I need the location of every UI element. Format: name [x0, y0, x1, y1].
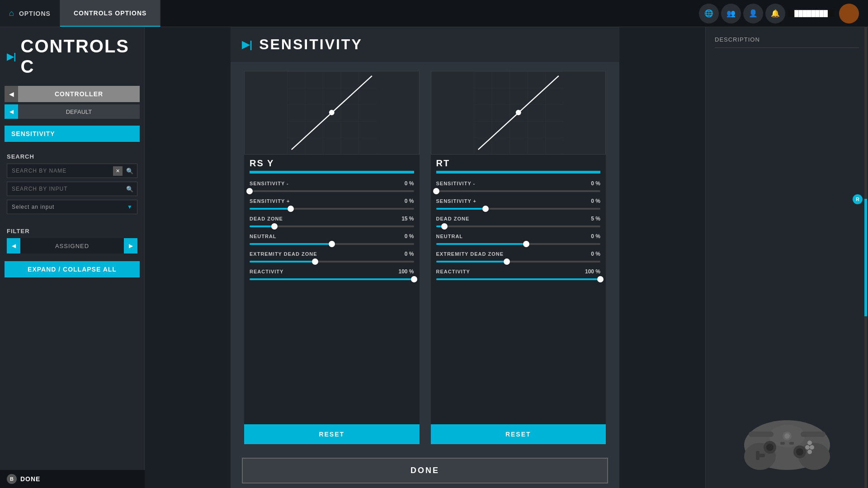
- options-label: OPTIONS: [19, 10, 51, 17]
- rt-sens-plus-label: SENSITIVITY +: [436, 198, 579, 204]
- rt-extremity-track: [436, 261, 601, 263]
- rsy-sens-plus-fill: [250, 208, 291, 210]
- modal-title: SENSITIVITY: [259, 36, 363, 53]
- modal-content: RS Y SENSITIVITY - 0 %: [231, 62, 619, 453]
- rsy-reactivity-thumb[interactable]: [411, 276, 417, 282]
- rt-sens-minus-track: [436, 190, 601, 192]
- avatar[interactable]: [839, 4, 859, 23]
- controller-row: ◀ CONTROLLER: [5, 86, 140, 102]
- sidebar-title: CONTROLS C: [21, 36, 137, 77]
- rsy-reset-button[interactable]: RESET: [244, 424, 420, 444]
- rt-reactivity-label: REACTIVITY: [436, 269, 579, 274]
- rsy-dead-zone-thumb[interactable]: [271, 223, 278, 230]
- select-input-label: Select an input: [7, 200, 123, 214]
- controller-image: [706, 402, 868, 474]
- scroll-track[interactable]: [864, 27, 867, 488]
- notification-icon-btn[interactable]: 🔔: [765, 4, 785, 23]
- username-text: ████████: [794, 10, 828, 17]
- search-clear-icon[interactable]: ✕: [113, 166, 123, 176]
- modal-footer: DONE: [231, 453, 619, 488]
- filter-next-arrow[interactable]: ▶: [124, 238, 137, 253]
- rsy-neutral-fill: [250, 243, 332, 245]
- rt-bar: [436, 171, 601, 174]
- search-by-name-input[interactable]: [7, 164, 113, 178]
- rt-neutral-value: 0 %: [582, 233, 600, 239]
- rsy-bar: [250, 171, 414, 174]
- social-icon-btn[interactable]: 🌐: [699, 4, 719, 23]
- rsy-sens-minus-slider[interactable]: [244, 189, 420, 196]
- rt-sens-plus-thumb[interactable]: [482, 206, 489, 212]
- rt-sens-plus-value: 0 %: [582, 198, 600, 204]
- rsy-extremity-row: EXTREMITY DEAD ZONE 0 %: [244, 249, 420, 259]
- rsy-neutral-track: [250, 243, 414, 245]
- rsy-reactivity-slider[interactable]: [244, 277, 420, 284]
- rsy-sens-plus-track: [250, 208, 414, 210]
- default-prev-arrow[interactable]: ◀: [5, 104, 18, 119]
- done-button[interactable]: DONE: [242, 458, 608, 483]
- rsy-sens-plus-label: SENSITIVITY +: [250, 198, 392, 204]
- sidebar: ▶| CONTROLS C ◀ CONTROLLER ◀ DEFAULT SEN…: [0, 27, 145, 488]
- svg-point-19: [807, 450, 812, 454]
- filter-row: ◀ ASSIGNED ▶: [7, 238, 137, 253]
- expand-collapse-button[interactable]: EXPAND / COLLAPSE ALL: [5, 261, 140, 277]
- search-by-input-input[interactable]: [7, 182, 123, 196]
- rsy-sens-plus-thumb[interactable]: [288, 206, 294, 212]
- rsy-neutral-thumb[interactable]: [329, 241, 335, 247]
- select-input-dropdown[interactable]: Select an input ▼: [7, 200, 137, 214]
- rt-neutral-thumb[interactable]: [523, 241, 529, 247]
- rsy-neutral-slider[interactable]: [244, 242, 420, 249]
- rt-sens-minus-slider[interactable]: [431, 189, 606, 196]
- rsy-dead-zone-track: [250, 225, 414, 227]
- bottom-bar: B DONE: [0, 470, 145, 488]
- rt-neutral-fill: [436, 243, 527, 245]
- rsy-reactivity-fill: [250, 278, 414, 280]
- rsy-neutral-row: NEUTRAL 0 %: [244, 231, 420, 242]
- svg-rect-21: [789, 442, 794, 445]
- rsy-sens-plus-slider[interactable]: [244, 206, 420, 213]
- rt-extremity-thumb[interactable]: [504, 258, 510, 265]
- rt-sens-minus-label: SENSITIVITY -: [436, 181, 579, 186]
- center-area: ▶| SENSITIVITY: [145, 27, 705, 488]
- controller-prev-arrow[interactable]: ◀: [5, 86, 18, 102]
- modal-chevron-icon: ▶|: [242, 39, 252, 51]
- svg-point-13: [796, 448, 803, 455]
- rt-extremity-label: EXTREMITY DEAD ZONE: [436, 251, 579, 257]
- svg-point-18: [810, 445, 814, 450]
- rsy-extremity-track: [250, 261, 414, 263]
- filter-section: FILTER ◀ ASSIGNED ▶: [0, 225, 144, 261]
- b-button-icon: B: [7, 474, 17, 484]
- svg-point-16: [807, 441, 812, 445]
- rt-reactivity-slider[interactable]: [431, 277, 606, 284]
- controls-options-tab[interactable]: CONTROLS OPTIONS: [60, 0, 160, 27]
- rt-extremity-slider[interactable]: [431, 259, 606, 266]
- rt-sens-minus-thumb[interactable]: [433, 188, 439, 194]
- chevron-icon: ▶|: [7, 51, 16, 62]
- rt-neutral-label: NEUTRAL: [436, 234, 579, 239]
- rsy-sens-minus-row: SENSITIVITY - 0 %: [244, 178, 420, 189]
- home-button[interactable]: ⌂ OPTIONS: [0, 0, 60, 27]
- rt-sens-minus-row: SENSITIVITY - 0 %: [431, 178, 606, 189]
- rsy-dead-zone-slider[interactable]: [244, 224, 420, 231]
- rsy-extremity-thumb[interactable]: [312, 258, 318, 265]
- filter-heading: FILTER: [7, 228, 137, 235]
- search-section: SEARCH ✕ 🔍 🔍 Select an input ▼: [0, 149, 144, 225]
- rt-dead-zone-thumb[interactable]: [441, 223, 448, 230]
- rt-reactivity-thumb[interactable]: [597, 276, 604, 282]
- bottom-done-label: DONE: [20, 475, 40, 483]
- rt-dead-zone-slider[interactable]: [431, 224, 606, 231]
- rt-reset-button[interactable]: RESET: [431, 424, 606, 444]
- rsy-extremity-slider[interactable]: [244, 259, 420, 266]
- rt-sens-plus-slider[interactable]: [431, 206, 606, 213]
- scroll-thumb[interactable]: [864, 199, 867, 316]
- rt-neutral-slider[interactable]: [431, 242, 606, 249]
- tab-label: CONTROLS OPTIONS: [74, 9, 146, 17]
- sensitivity-button[interactable]: SENSITIVITY: [5, 126, 140, 142]
- profile-icon-btn[interactable]: 👤: [743, 4, 763, 23]
- rsy-graph: [244, 71, 420, 155]
- friends-icon-btn[interactable]: 👥: [721, 4, 741, 23]
- rt-reactivity-row: REACTIVITY 100 %: [431, 266, 606, 277]
- rsy-sens-minus-thumb[interactable]: [246, 188, 253, 194]
- rsy-dead-zone-value: 15 %: [396, 216, 414, 222]
- scroll-r-label: R: [853, 194, 863, 204]
- filter-prev-arrow[interactable]: ◀: [7, 238, 20, 253]
